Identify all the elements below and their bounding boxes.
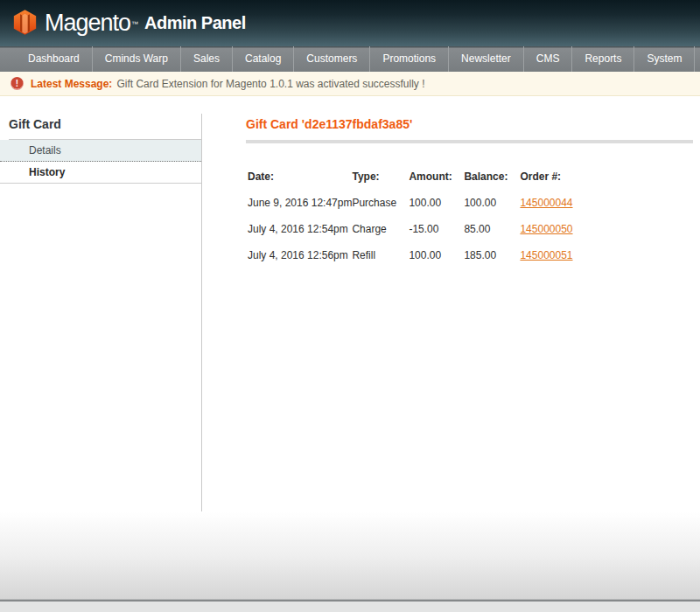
cell-balance: 85.00 — [464, 216, 520, 242]
order-link[interactable]: 145000050 — [520, 223, 572, 235]
cell-order: 145000044 — [520, 190, 598, 216]
content-area: Gift Card Details History Gift Card 'd2e… — [0, 96, 700, 511]
app-header: Magento ™ Admin Panel — [0, 0, 700, 46]
alert-circle-icon: ! — [10, 77, 24, 90]
brand-name: Magento — [45, 10, 130, 37]
cell-amount: 100.00 — [409, 242, 464, 268]
nav-item-promotions[interactable]: Promotions — [370, 46, 449, 72]
header-date: Date: — [248, 163, 352, 190]
nav-item-catalog[interactable]: Catalog — [233, 46, 294, 72]
table-row: June 9, 2016 12:47pm Purchase 100.00 100… — [248, 190, 598, 216]
header-amount: Amount: — [409, 163, 464, 190]
sidebar-title: Gift Card — [9, 117, 201, 140]
main-panel: Gift Card 'd2e1137fbdaf3a85' Date: Type:… — [202, 114, 700, 511]
nav-item-reports[interactable]: Reports — [572, 46, 634, 72]
trademark-symbol: ™ — [131, 20, 138, 28]
cell-date: July 4, 2016 12:54pm — [248, 216, 352, 242]
sidebar-item-details[interactable]: Details — [0, 140, 201, 162]
header-balance: Balance: — [464, 163, 520, 190]
footer — [0, 602, 700, 612]
order-link[interactable]: 145000044 — [520, 197, 572, 209]
cell-type: Purchase — [352, 190, 409, 216]
cell-balance: 185.00 — [464, 242, 520, 268]
page-title: Gift Card 'd2e1137fbdaf3a85' — [246, 117, 693, 131]
page: Magento ™ Admin Panel Dashboard Cminds W… — [0, 0, 700, 612]
sidebar: Gift Card Details History — [0, 114, 202, 511]
cell-order: 145000051 — [520, 242, 598, 268]
content-fade — [0, 511, 700, 599]
sidebar-item-history[interactable]: History — [0, 162, 201, 184]
nav-item-system[interactable]: System — [634, 46, 695, 72]
cell-amount: -15.00 — [409, 216, 464, 242]
cell-amount: 100.00 — [409, 190, 464, 216]
cell-order: 145000050 — [520, 216, 598, 242]
brand-wrap: Magento ™ Admin Panel — [45, 10, 246, 37]
nav-item-customers[interactable]: Customers — [294, 46, 370, 72]
nav-item-cms[interactable]: CMS — [524, 46, 573, 72]
history-table: Date: Type: Amount: Balance: Order #: Ju… — [248, 163, 598, 268]
table-row: July 4, 2016 12:54pm Charge -15.00 85.00… — [248, 216, 598, 242]
order-link[interactable]: 145000051 — [520, 249, 572, 261]
sidebar-tabs: Details History — [0, 140, 201, 184]
cell-date: July 4, 2016 12:56pm — [248, 242, 352, 268]
main-nav: Dashboard Cminds Warp Sales Catalog Cust… — [0, 46, 700, 72]
cell-type: Refill — [352, 242, 409, 268]
nav-item-sales[interactable]: Sales — [181, 46, 233, 72]
table-row: July 4, 2016 12:56pm Refill 100.00 185.0… — [248, 242, 598, 268]
magento-logo-icon — [13, 9, 37, 39]
header-order: Order #: — [520, 163, 598, 190]
admin-panel-title: Admin Panel — [144, 13, 246, 33]
nav-item-cminds-warp[interactable]: Cminds Warp — [93, 46, 181, 72]
title-separator — [246, 140, 693, 143]
cell-date: June 9, 2016 12:47pm — [248, 190, 352, 216]
nav-item-dashboard[interactable]: Dashboard — [16, 46, 93, 72]
cell-balance: 100.00 — [464, 190, 520, 216]
header-type: Type: — [352, 163, 409, 190]
table-header-row: Date: Type: Amount: Balance: Order #: — [248, 163, 598, 190]
cell-type: Charge — [352, 216, 409, 242]
message-text: Gift Card Extension for Magento 1.0.1 wa… — [116, 78, 424, 90]
message-bar: ! Latest Message: Gift Card Extension fo… — [0, 72, 700, 96]
nav-item-newsletter[interactable]: Newsletter — [449, 46, 524, 72]
message-label: Latest Message: — [31, 78, 112, 90]
